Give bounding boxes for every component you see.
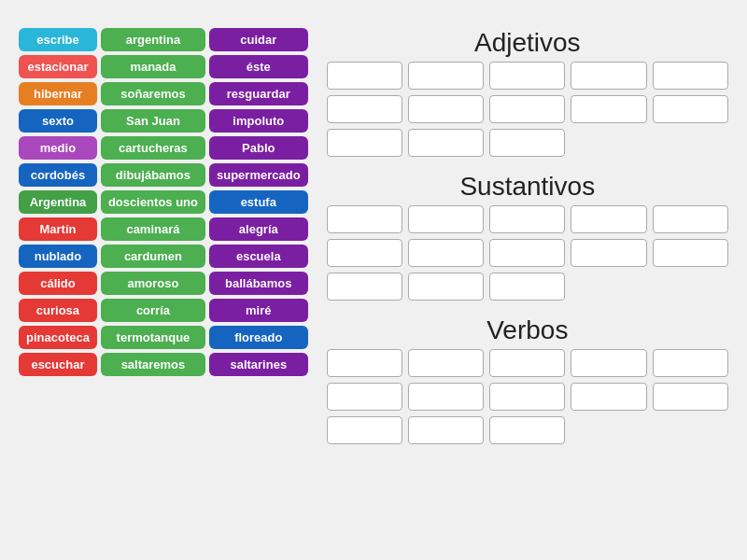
- drop-cell[interactable]: [327, 129, 402, 157]
- word-chip[interactable]: cardumen: [101, 245, 205, 268]
- word-chip[interactable]: estufa: [209, 190, 308, 214]
- drop-cell[interactable]: [489, 273, 565, 301]
- word-chip[interactable]: caminará: [101, 217, 205, 241]
- word-chip[interactable]: escribe: [19, 28, 97, 51]
- word-chip[interactable]: sexto: [19, 109, 97, 133]
- category-block: Verbos: [327, 315, 728, 444]
- word-chip[interactable]: éste: [209, 55, 308, 78]
- drop-cell[interactable]: [571, 62, 646, 90]
- word-chip[interactable]: corría: [101, 299, 205, 322]
- drop-cell[interactable]: [489, 95, 565, 123]
- category-block: Sustantivos: [327, 172, 728, 301]
- drop-cell[interactable]: [408, 62, 484, 90]
- word-chip[interactable]: medio: [19, 136, 97, 160]
- drop-cell[interactable]: [408, 239, 484, 267]
- word-chip[interactable]: doscientos uno: [101, 190, 205, 214]
- drop-cell[interactable]: [489, 416, 565, 444]
- drop-cell[interactable]: [408, 205, 484, 233]
- drop-cell[interactable]: [327, 205, 402, 233]
- categories-panel: AdjetivosSustantivosVerbos: [327, 28, 728, 450]
- word-chip[interactable]: argentina: [101, 28, 205, 51]
- drop-cell[interactable]: [327, 95, 402, 123]
- drop-cell[interactable]: [571, 205, 646, 233]
- drop-cell[interactable]: [489, 349, 565, 377]
- drop-cell[interactable]: [408, 95, 484, 123]
- drop-cell[interactable]: [327, 62, 402, 90]
- word-chip[interactable]: hibernar: [19, 82, 97, 105]
- word-chip[interactable]: amoroso: [101, 272, 205, 295]
- word-chip[interactable]: saltaremos: [101, 353, 205, 376]
- drop-cell[interactable]: [408, 416, 484, 444]
- word-chip[interactable]: saltarines: [209, 353, 308, 376]
- word-chip[interactable]: Argentina: [19, 190, 97, 214]
- drop-cell[interactable]: [653, 62, 728, 90]
- drop-cell[interactable]: [653, 205, 728, 233]
- drop-cell[interactable]: [327, 273, 402, 301]
- drop-cell[interactable]: [653, 383, 728, 411]
- word-chip[interactable]: floreado: [209, 326, 308, 349]
- word-chip[interactable]: soñaremos: [101, 82, 205, 105]
- word-chip[interactable]: termotanque: [101, 326, 205, 349]
- word-chip[interactable]: resguardar: [209, 82, 308, 105]
- word-chip[interactable]: Martín: [19, 217, 97, 241]
- word-chip[interactable]: cuidar: [209, 28, 308, 51]
- drop-cell[interactable]: [408, 349, 484, 377]
- drop-cell[interactable]: [653, 239, 728, 267]
- drop-cell[interactable]: [408, 383, 484, 411]
- drop-cell[interactable]: [571, 95, 646, 123]
- word-chip[interactable]: escuchar: [19, 353, 97, 376]
- drop-cell[interactable]: [327, 383, 402, 411]
- drop-cell[interactable]: [408, 273, 484, 301]
- drop-grid: [327, 205, 728, 301]
- word-chip[interactable]: impoluto: [209, 109, 308, 133]
- word-chip[interactable]: miré: [209, 299, 308, 322]
- category-title: Adjetivos: [327, 28, 728, 58]
- drop-cell[interactable]: [489, 129, 565, 157]
- category-title: Verbos: [327, 315, 728, 345]
- word-chip[interactable]: manada: [101, 55, 205, 78]
- word-chip[interactable]: nublado: [19, 245, 97, 268]
- drop-cell[interactable]: [489, 205, 565, 233]
- category-title: Sustantivos: [327, 172, 728, 202]
- drop-cell[interactable]: [489, 62, 565, 90]
- word-chip[interactable]: curiosa: [19, 299, 97, 322]
- word-chip[interactable]: ballábamos: [209, 272, 308, 295]
- drop-cell[interactable]: [571, 349, 646, 377]
- word-chip[interactable]: escuela: [209, 245, 308, 268]
- drop-grid: [327, 349, 728, 444]
- drop-cell[interactable]: [489, 383, 565, 411]
- word-chip[interactable]: Pablo: [209, 136, 308, 160]
- word-chip[interactable]: cordobés: [19, 163, 97, 187]
- word-chip[interactable]: alegría: [209, 217, 308, 241]
- word-bank: escribeargentinacuidarestacionarmanadaés…: [19, 28, 308, 376]
- drop-cell[interactable]: [327, 416, 402, 444]
- word-chip[interactable]: cartucheras: [101, 136, 205, 160]
- word-chip[interactable]: cálido: [19, 272, 97, 295]
- drop-cell[interactable]: [327, 239, 402, 267]
- category-block: Adjetivos: [327, 28, 728, 157]
- drop-cell[interactable]: [489, 239, 565, 267]
- word-chip[interactable]: pinacoteca: [19, 326, 97, 349]
- drop-cell[interactable]: [571, 383, 646, 411]
- drop-cell[interactable]: [408, 129, 484, 157]
- drop-cell[interactable]: [653, 349, 728, 377]
- drop-grid: [327, 62, 728, 157]
- word-chip[interactable]: supermercado: [209, 163, 308, 187]
- word-chip[interactable]: dibujábamos: [101, 163, 205, 187]
- drop-cell[interactable]: [571, 239, 646, 267]
- drop-cell[interactable]: [653, 95, 728, 123]
- word-chip[interactable]: estacionar: [19, 55, 97, 78]
- word-chip[interactable]: San Juan: [101, 109, 205, 133]
- drop-cell[interactable]: [327, 349, 402, 377]
